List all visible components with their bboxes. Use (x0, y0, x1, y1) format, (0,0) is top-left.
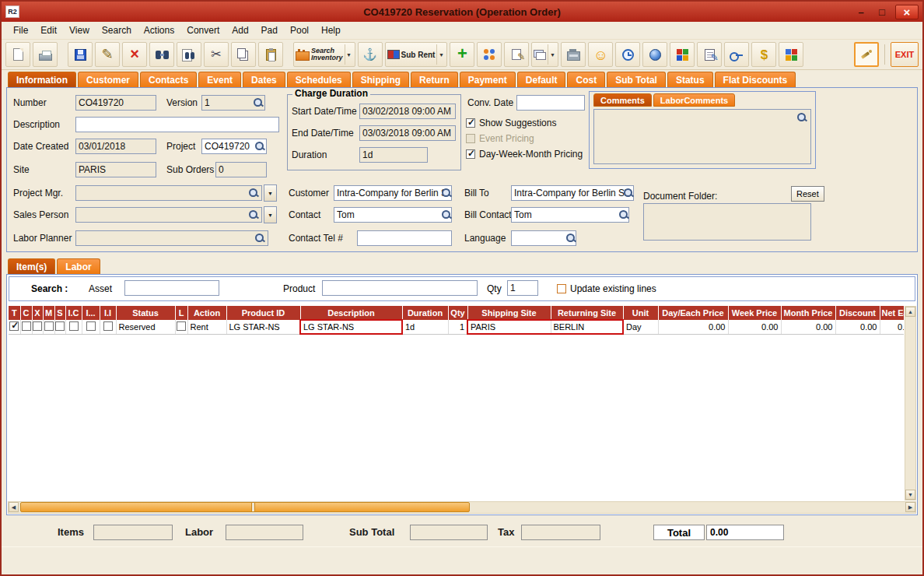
key-button[interactable] (724, 42, 749, 67)
col-ii[interactable]: I.I (100, 306, 116, 320)
start-datetime-field[interactable] (359, 104, 456, 119)
minimize-button[interactable] (853, 5, 869, 19)
exit-button[interactable]: EXIT (891, 42, 919, 67)
horizontal-scrollbar[interactable] (8, 501, 916, 514)
close-button[interactable] (895, 5, 919, 19)
add-line-button[interactable] (450, 42, 474, 67)
tab-labor[interactable]: Labor (57, 258, 100, 274)
col-duration[interactable]: Duration (402, 306, 448, 320)
project-mgr-search-icon[interactable] (248, 188, 259, 198)
language-search-icon[interactable] (565, 233, 576, 244)
row-checkbox-ip[interactable] (86, 321, 96, 331)
col-t[interactable]: T (9, 306, 20, 320)
scroll-right-icon[interactable] (905, 502, 915, 512)
show-suggestions-option[interactable]: Show Suggestions (466, 118, 556, 128)
menu-pad[interactable]: Pad (256, 23, 283, 37)
row-checkbox-l[interactable] (177, 321, 186, 331)
copies-button[interactable] (531, 42, 558, 67)
version-search-icon[interactable] (253, 97, 264, 108)
col-product-id[interactable]: Product ID (226, 306, 300, 320)
comments-search-icon[interactable] (796, 112, 807, 123)
tab-customer[interactable]: Customer (78, 72, 138, 87)
col-week-price[interactable]: Week Price (728, 306, 781, 320)
cell-qty[interactable]: 1 (448, 320, 467, 334)
customer-field[interactable] (334, 185, 452, 201)
date-created-field[interactable] (75, 139, 156, 154)
disc-button[interactable] (642, 42, 667, 67)
paintbrush-button[interactable] (854, 42, 879, 67)
labor-planner-search-icon[interactable] (254, 233, 265, 244)
spheres-button[interactable] (477, 42, 502, 67)
chevron-down-icon[interactable] (436, 44, 445, 65)
tab-event[interactable]: Event (198, 72, 241, 87)
chevron-down-icon[interactable] (345, 44, 353, 65)
number-field[interactable] (75, 95, 156, 111)
tab-information[interactable]: Information (8, 72, 76, 87)
col-unit[interactable]: Unit (623, 306, 658, 320)
col-action[interactable]: Action (187, 306, 226, 320)
duration-field[interactable] (359, 147, 428, 163)
asset-search-input[interactable] (124, 280, 219, 296)
col-ip[interactable]: I... (82, 306, 100, 320)
titlebar[interactable]: R2 CO419720 Reservation (Operation Order… (2, 2, 922, 22)
conv-date-field[interactable] (516, 95, 585, 111)
cell-product-id[interactable]: LG STAR-NS (226, 320, 300, 334)
cell-returning-site[interactable]: BERLIN (551, 320, 623, 334)
tab-payment[interactable]: Payment (460, 72, 516, 87)
project-mgr-dropdown-button[interactable] (264, 184, 277, 202)
row-checkbox-t[interactable] (9, 321, 19, 331)
comments-textarea[interactable] (593, 109, 811, 164)
cell-description[interactable]: LG STAR-NS (300, 320, 402, 334)
day-week-month-pricing-checkbox[interactable] (466, 149, 475, 159)
contact-tel-field[interactable] (357, 230, 452, 246)
tab-dates[interactable]: Dates (243, 72, 285, 87)
col-m[interactable]: M (43, 306, 54, 320)
col-day-each-price[interactable]: Day/Each Price (658, 306, 728, 320)
menu-file[interactable]: File (8, 23, 33, 37)
col-shipping-site[interactable]: Shipping Site (467, 306, 551, 320)
cell-status[interactable]: Reserved (116, 320, 175, 334)
col-x[interactable]: X (32, 306, 43, 320)
sales-person-dropdown-button[interactable] (264, 206, 277, 223)
maximize-button[interactable] (874, 5, 890, 19)
search-inventory-button[interactable]: Search Inventory (293, 42, 355, 67)
tab-cost[interactable]: Cost (567, 72, 605, 87)
col-discount[interactable]: Discount (835, 306, 880, 320)
cell-action[interactable]: Rent (187, 320, 226, 334)
bill-to-field[interactable] (511, 185, 634, 201)
tab-sub-total[interactable]: Sub Total (607, 72, 666, 87)
col-returning-site[interactable]: Returning Site (551, 306, 623, 320)
col-c[interactable]: C (20, 306, 32, 320)
cell-net-each[interactable]: 0.00 (880, 320, 904, 334)
menu-view[interactable]: View (64, 23, 95, 37)
menu-search[interactable]: Search (96, 23, 137, 37)
row-checkbox-ii[interactable] (103, 321, 113, 331)
sales-person-search-icon[interactable] (248, 209, 259, 220)
col-s[interactable]: S (54, 306, 65, 320)
clock-button[interactable] (615, 42, 640, 67)
reset-button[interactable]: Reset (791, 186, 824, 202)
tab-default[interactable]: Default (517, 72, 566, 87)
menu-pool[interactable]: Pool (285, 23, 314, 37)
cell-shipping-site[interactable]: PARIS (467, 320, 551, 334)
cell-week-price[interactable]: 0.00 (728, 320, 781, 334)
site-field[interactable] (75, 162, 156, 177)
sales-person-field[interactable] (75, 207, 262, 223)
delete-button[interactable] (122, 42, 147, 67)
row-checkbox-c[interactable] (22, 321, 31, 331)
notes-button[interactable] (697, 42, 722, 67)
project-mgr-field[interactable] (75, 185, 262, 201)
project-search-icon[interactable] (254, 141, 265, 152)
col-month-price[interactable]: Month Price (781, 306, 835, 320)
cell-day-each-price[interactable]: 0.00 (658, 320, 728, 334)
tab-contacts[interactable]: Contacts (140, 72, 197, 87)
sub-rent-button[interactable]: Sub Rent (385, 42, 448, 67)
anchor-button[interactable] (358, 42, 383, 67)
row-checkbox-ic[interactable] (69, 321, 79, 331)
menu-actions[interactable]: Actions (138, 23, 180, 37)
color-print-button[interactable] (779, 42, 803, 67)
scroll-up-icon[interactable] (905, 307, 915, 317)
smiley-button[interactable] (588, 42, 613, 67)
description-field[interactable] (75, 117, 279, 132)
bill-contact-field[interactable] (511, 207, 629, 223)
